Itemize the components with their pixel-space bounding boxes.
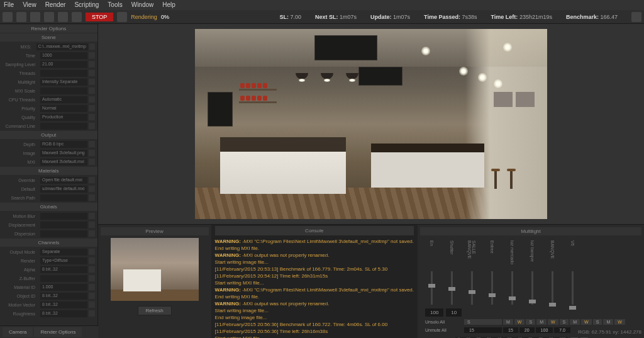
tool-icon[interactable] [44, 12, 54, 22]
row-input[interactable] [40, 213, 87, 220]
row-toggle[interactable] [89, 213, 95, 219]
row-toggle[interactable] [89, 301, 95, 308]
row-toggle[interactable] [89, 293, 95, 299]
light-slider[interactable]: En [425, 240, 438, 305]
row-toggle[interactable] [89, 257, 95, 264]
row-toggle[interactable] [89, 310, 95, 317]
smw-button[interactable]: S [464, 319, 502, 325]
smw-button[interactable]: W [581, 319, 592, 325]
row-toggle[interactable] [89, 70, 95, 76]
menu-tools[interactable]: Tools [108, 1, 122, 9]
row-toggle[interactable] [89, 105, 95, 111]
tool-icon[interactable] [30, 12, 40, 22]
row-input[interactable] [40, 230, 87, 237]
slider-thumb[interactable] [569, 306, 576, 310]
menu-scripting[interactable]: Scripting [74, 1, 99, 9]
light-slider[interactable]: BANQVE [546, 240, 558, 305]
row-input[interactable]: Automatic [40, 96, 87, 103]
render-viewport[interactable] [98, 24, 644, 224]
console-panel[interactable]: Console WARNING: -MXI "C:\Program Files\… [211, 225, 418, 338]
row-input[interactable]: Maxwell 3\default.mxi [40, 159, 87, 166]
row-input[interactable] [40, 222, 87, 228]
light-slider[interactable]: luz mercado [506, 240, 518, 305]
slider-thumb[interactable] [529, 300, 536, 303]
row-toggle[interactable] [89, 194, 95, 201]
row-toggle[interactable] [89, 79, 95, 85]
menu-window[interactable]: Window [131, 1, 154, 9]
flag-icon[interactable] [631, 12, 641, 22]
tab-camera[interactable]: Camera [3, 327, 33, 337]
ml-value[interactable]: 100 [425, 308, 443, 317]
light-value[interactable]: 100 [536, 327, 553, 333]
smw-button[interactable]: W [514, 319, 525, 325]
light-slider[interactable]: luz banqve [526, 240, 538, 305]
row-toggle[interactable] [89, 186, 95, 192]
smw-button[interactable]: S [560, 319, 569, 325]
row-toggle[interactable] [89, 123, 95, 129]
row-toggle[interactable] [89, 159, 95, 165]
light-slider[interactable]: SALLE BANQVE [465, 240, 478, 305]
row-input[interactable]: 1.000 [40, 284, 87, 291]
tool-icon[interactable] [58, 12, 68, 22]
smw-button[interactable]: M [536, 319, 547, 325]
slider-thumb[interactable] [448, 287, 455, 291]
smw-button[interactable]: S [526, 319, 535, 325]
row-input[interactable]: 8 bit..32 [40, 266, 87, 273]
smw-button[interactable]: M [603, 319, 613, 325]
row-input[interactable]: Intensity Separate [40, 79, 87, 86]
slider-thumb[interactable] [469, 290, 475, 294]
row-input[interactable]: RGB 8 bpc [40, 141, 87, 148]
slider-thumb[interactable] [509, 296, 516, 300]
smw-button[interactable]: M [503, 319, 513, 325]
row-toggle[interactable] [89, 249, 95, 255]
light-value[interactable]: 15 [464, 327, 502, 333]
light-slider[interactable]: V6 [566, 240, 579, 305]
row-input[interactable]: Production [40, 114, 87, 121]
smw-button[interactable]: M [570, 319, 580, 325]
row-input[interactable]: 1000 [40, 52, 87, 59]
row-toggle[interactable] [89, 114, 95, 120]
menu-view[interactable]: View [23, 1, 36, 9]
row-input[interactable]: Separate [40, 249, 87, 256]
row-input[interactable]: sdmax/file default.mxi [40, 186, 87, 193]
light-value[interactable]: 15 [503, 327, 518, 333]
tool-icon[interactable] [3, 12, 13, 22]
row-input[interactable]: 8 bit..32 [40, 310, 87, 317]
tool-icon[interactable] [72, 12, 82, 22]
row-toggle[interactable] [89, 275, 95, 281]
row-input[interactable] [40, 87, 87, 94]
ml-value[interactable]: 10 [446, 308, 462, 317]
row-input[interactable] [40, 275, 87, 282]
row-input[interactable]: Type+Diffuse [40, 257, 87, 264]
slider-thumb[interactable] [549, 303, 556, 307]
menu-help[interactable]: Help [162, 1, 175, 9]
row-input[interactable]: 8 bit..32 [40, 293, 87, 300]
light-value[interactable]: 7.0 [554, 327, 570, 333]
row-toggle[interactable] [89, 96, 95, 103]
row-input[interactable]: C:\..maxwe..mxi_mxitmp [36, 43, 88, 50]
smw-button[interactable]: W [614, 319, 625, 325]
row-toggle[interactable] [89, 150, 95, 156]
row-toggle[interactable] [89, 266, 95, 273]
row-toggle[interactable] [89, 230, 95, 237]
light-slider[interactable]: Shutter [445, 240, 458, 305]
row-input[interactable]: 8 bit..32 [40, 301, 87, 308]
row-toggle[interactable] [89, 87, 95, 94]
row-toggle[interactable] [89, 43, 95, 50]
row-input[interactable]: Maxwell 3\default.png [40, 150, 87, 157]
row-toggle[interactable] [89, 52, 95, 59]
stop-button[interactable]: STOP [86, 13, 113, 21]
row-input[interactable] [40, 194, 87, 201]
row-toggle[interactable] [89, 61, 95, 67]
preview-thumbnail[interactable] [111, 238, 199, 301]
light-value[interactable]: 20 [519, 327, 535, 333]
menu-render[interactable]: Render [45, 1, 66, 9]
smw-button[interactable]: S [593, 319, 602, 325]
row-input[interactable]: Open file default.mxi [40, 177, 87, 184]
light-slider[interactable]: Entree [486, 240, 498, 305]
menu-file[interactable]: File [4, 1, 14, 9]
tool-icon[interactable] [117, 12, 127, 22]
smw-button[interactable]: W [548, 319, 558, 325]
row-toggle[interactable] [89, 222, 95, 228]
slider-thumb[interactable] [489, 293, 496, 297]
